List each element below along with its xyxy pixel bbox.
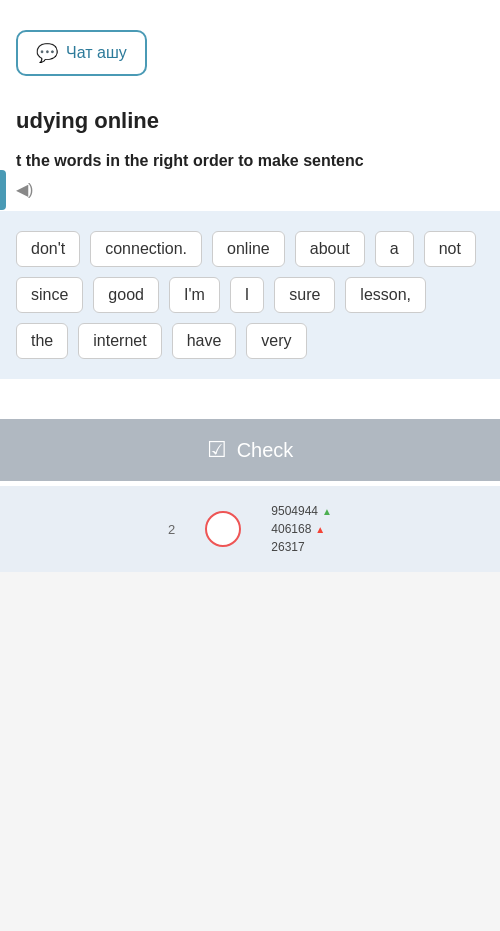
check-icon: ☑ bbox=[207, 437, 227, 463]
word-chip[interactable]: lesson, bbox=[345, 277, 426, 313]
word-chip[interactable]: connection. bbox=[90, 231, 202, 267]
word-chip[interactable]: good bbox=[93, 277, 159, 313]
stats-block: 9504944 ▲ 406168 ▲ 26317 bbox=[271, 502, 332, 556]
bottom-bar: 2 9504944 ▲ 406168 ▲ 26317 bbox=[0, 486, 500, 572]
stat-value-2: 406168 bbox=[271, 520, 311, 538]
blue-accent-bar bbox=[0, 170, 6, 210]
spacer bbox=[0, 379, 500, 419]
word-chip[interactable]: about bbox=[295, 231, 365, 267]
stat-value-3: 26317 bbox=[271, 538, 304, 556]
word-chip[interactable]: I bbox=[230, 277, 264, 313]
word-chip[interactable]: a bbox=[375, 231, 414, 267]
page-number: 2 bbox=[168, 522, 175, 537]
word-chip[interactable]: the bbox=[16, 323, 68, 359]
word-bank: don'tconnection.onlineaboutanotsincegood… bbox=[0, 211, 500, 379]
word-chip[interactable]: since bbox=[16, 277, 83, 313]
stat-down-2: ▲ bbox=[315, 522, 325, 537]
section-title: udying online bbox=[0, 92, 500, 142]
chat-icon: 💬 bbox=[36, 42, 58, 64]
word-chip[interactable]: sure bbox=[274, 277, 335, 313]
audio-icon[interactable]: ◀) bbox=[0, 176, 500, 211]
check-label: Check bbox=[237, 439, 294, 462]
check-section: ☑ Check bbox=[0, 419, 500, 481]
word-chip[interactable]: have bbox=[172, 323, 237, 359]
word-bank-inner: don'tconnection.onlineaboutanotsincegood… bbox=[16, 231, 484, 359]
header: 💬 Чат ашу bbox=[0, 0, 500, 92]
instruction-text: t the words in the right order to make s… bbox=[0, 142, 500, 176]
check-button[interactable]: ☑ Check bbox=[207, 437, 294, 463]
word-chip[interactable]: I'm bbox=[169, 277, 220, 313]
word-chip[interactable]: online bbox=[212, 231, 285, 267]
stat-value-1: 9504944 bbox=[271, 502, 318, 520]
word-chip[interactable]: internet bbox=[78, 323, 161, 359]
chat-button-label: Чат ашу bbox=[66, 44, 127, 62]
chat-button[interactable]: 💬 Чат ашу bbox=[16, 30, 147, 76]
stat-up-1: ▲ bbox=[322, 504, 332, 519]
avatar bbox=[205, 511, 241, 547]
word-chip[interactable]: don't bbox=[16, 231, 80, 267]
word-chip[interactable]: not bbox=[424, 231, 476, 267]
word-chip[interactable]: very bbox=[246, 323, 306, 359]
